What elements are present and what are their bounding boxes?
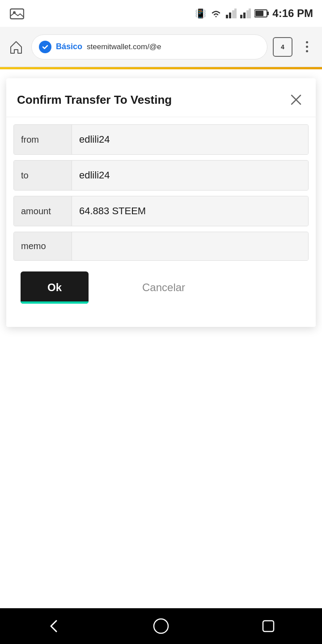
from-label: from xyxy=(14,125,72,154)
bottom-nav-bar xyxy=(0,608,322,644)
svg-rect-6 xyxy=(240,15,242,18)
from-value: edlili24 xyxy=(72,125,308,154)
status-bar: 📳 4:16 PM xyxy=(0,0,322,27)
home-nav-button[interactable] xyxy=(143,613,179,640)
recents-button[interactable] xyxy=(250,613,286,640)
browser-bar: Básico steemitwallet.com/@e 4 xyxy=(0,27,322,67)
memo-field-row[interactable]: memo xyxy=(13,232,309,261)
accent-line xyxy=(0,67,322,69)
amount-field-row: amount 64.883 STEEM xyxy=(13,196,309,226)
svg-rect-9 xyxy=(249,8,251,18)
svg-rect-3 xyxy=(229,13,231,18)
svg-rect-5 xyxy=(234,8,237,18)
menu-dot-3 xyxy=(306,50,308,52)
vibrate-icon: 📳 xyxy=(195,8,206,19)
back-button[interactable] xyxy=(36,613,72,640)
wifi-icon xyxy=(210,8,222,18)
security-badge xyxy=(39,41,51,53)
signal-icon xyxy=(226,8,237,18)
dialog-actions: Ok Cancelar xyxy=(13,266,309,316)
svg-rect-2 xyxy=(226,15,228,18)
confirm-transfer-dialog: Confirm Transfer To Vesting from edlili2… xyxy=(6,78,316,327)
menu-dot-1 xyxy=(306,41,308,43)
status-left xyxy=(9,5,25,21)
svg-rect-4 xyxy=(232,10,234,18)
to-field-row: to edlili24 xyxy=(13,160,309,191)
to-label: to xyxy=(14,161,72,190)
svg-rect-7 xyxy=(243,13,246,18)
memo-value[interactable] xyxy=(72,232,308,260)
clock: 4:16 PM xyxy=(272,7,313,20)
svg-rect-11 xyxy=(255,11,263,16)
signal2-icon xyxy=(240,8,251,18)
dialog-title: Confirm Transfer To Vesting xyxy=(17,93,172,107)
home-button[interactable] xyxy=(6,37,26,57)
site-label: Básico xyxy=(56,42,82,51)
svg-rect-8 xyxy=(246,10,249,18)
svg-point-16 xyxy=(154,619,168,633)
notification-icon xyxy=(9,5,25,21)
menu-dot-2 xyxy=(306,46,308,48)
browser-menu-button[interactable] xyxy=(298,37,316,57)
form-body: from edlili24 to edlili24 amount 64.883 … xyxy=(6,117,316,327)
status-right: 📳 4:16 PM xyxy=(195,7,313,20)
amount-label: amount xyxy=(14,196,72,226)
svg-rect-0 xyxy=(10,9,24,19)
cancel-button[interactable]: Cancelar xyxy=(133,271,194,304)
tabs-button[interactable]: 4 xyxy=(273,37,292,57)
tabs-count: 4 xyxy=(281,43,284,51)
memo-label: memo xyxy=(14,232,72,260)
url-bar[interactable]: Básico steemitwallet.com/@e xyxy=(31,34,267,59)
svg-point-13 xyxy=(41,42,50,51)
from-field-row: from edlili24 xyxy=(13,124,309,155)
svg-rect-12 xyxy=(267,12,269,15)
battery-icon xyxy=(254,9,269,18)
svg-rect-17 xyxy=(263,621,274,631)
dialog-header: Confirm Transfer To Vesting xyxy=(6,78,316,117)
ok-button[interactable]: Ok xyxy=(21,271,89,304)
to-value: edlili24 xyxy=(72,161,308,190)
close-button[interactable] xyxy=(287,91,305,109)
url-text: steemitwallet.com/@e xyxy=(87,42,161,51)
amount-value: 64.883 STEEM xyxy=(72,196,308,226)
